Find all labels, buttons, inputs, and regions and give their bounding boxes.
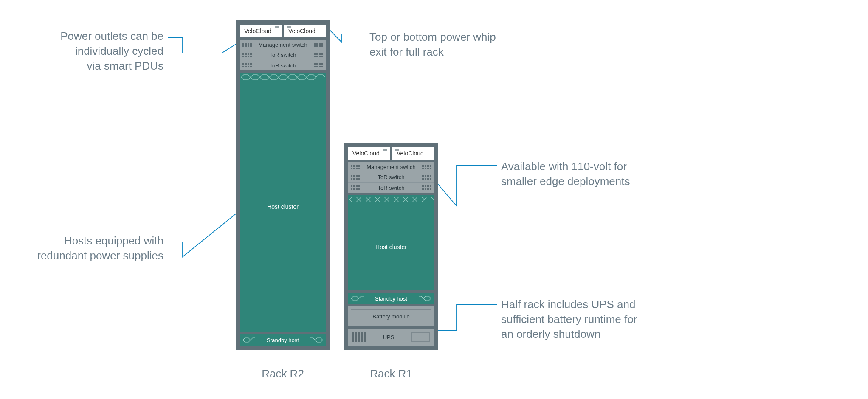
rack-r1-caption: Rack R1 <box>344 367 438 380</box>
standby-label: Standby host <box>364 295 419 302</box>
switch-stack: Management switch ToR switch ToR switch <box>348 162 434 193</box>
velocloud-label: VeloCloud <box>288 28 316 34</box>
velocloud-label: VeloCloud <box>352 150 380 157</box>
led-icon <box>287 26 291 28</box>
ports-icon <box>314 63 323 67</box>
tor-switch: ToR switch <box>240 60 326 70</box>
rack-r2: VeloCloud VeloCloud Management switch To… <box>236 20 330 350</box>
standby-host: Standby host <box>240 334 326 346</box>
switch-label: Management switch <box>360 164 422 170</box>
ports-icon <box>422 175 431 180</box>
rack-r2-caption: Rack R2 <box>236 367 330 380</box>
ups-unit: UPS <box>348 329 434 346</box>
velocloud-device: VeloCloud <box>284 25 326 37</box>
switch-stack: Management switch ToR switch ToR switch <box>240 40 326 70</box>
management-switch: Management switch <box>240 40 326 50</box>
ups-label: UPS <box>375 334 403 340</box>
switch-label: ToR switch <box>252 62 314 69</box>
hex-icon <box>310 337 323 343</box>
callout-volt: Available with 110-volt for smaller edge… <box>501 159 679 189</box>
ports-icon <box>242 43 252 47</box>
tor-switch: ToR switch <box>348 183 434 193</box>
switch-label: ToR switch <box>360 174 422 180</box>
leader-volt <box>437 166 497 206</box>
leader-ups <box>437 305 497 330</box>
standby-label: Standby host <box>255 337 310 343</box>
tor-switch: ToR switch <box>240 50 326 60</box>
hex-icon <box>351 295 364 301</box>
led-icon <box>395 149 399 151</box>
ports-icon <box>351 175 360 180</box>
ports-icon <box>314 53 323 57</box>
ports-icon <box>351 165 360 169</box>
hex-icon <box>419 295 431 301</box>
battery-module: Battery module <box>348 306 434 326</box>
panel-icon <box>411 332 430 342</box>
ports-icon <box>422 165 431 169</box>
leader-hosts <box>168 212 238 257</box>
switch-label: ToR switch <box>360 185 422 191</box>
callout-whip: Top or bottom power whip exit for full r… <box>369 30 544 59</box>
switch-label: ToR switch <box>252 52 314 58</box>
ports-icon <box>351 185 360 190</box>
callout-hosts: Hosts equipped with redundant power supp… <box>19 233 163 263</box>
leader-whip <box>327 27 365 42</box>
host-cluster: Host cluster <box>348 195 434 290</box>
velocloud-device: VeloCloud <box>348 147 390 160</box>
callout-pdu: Power outlets can be individually cycled… <box>34 29 163 73</box>
ports-icon <box>242 63 252 67</box>
host-cluster: Host cluster <box>240 73 326 332</box>
hex-pattern-icon <box>240 73 326 81</box>
led-icon <box>275 26 279 28</box>
velocloud-device: VeloCloud <box>240 25 282 37</box>
velocloud-label: VeloCloud <box>397 150 424 157</box>
cluster-label: Host cluster <box>375 244 407 250</box>
velocloud-row: VeloCloud VeloCloud <box>240 25 326 37</box>
velocloud-label: VeloCloud <box>244 28 271 34</box>
cluster-label: Host cluster <box>267 203 299 210</box>
management-switch: Management switch <box>348 162 434 172</box>
leader-pdu <box>168 37 239 53</box>
callout-ups: Half rack includes UPS and sufficient ba… <box>501 297 701 342</box>
switch-label: Management switch <box>252 42 314 48</box>
battery-label: Battery module <box>372 313 409 320</box>
rack-r1: VeloCloud VeloCloud Management switch To… <box>344 143 438 350</box>
standby-host: Standby host <box>348 293 434 304</box>
tor-switch: ToR switch <box>348 172 434 183</box>
ports-icon <box>314 43 323 47</box>
velocloud-device: VeloCloud <box>392 147 434 160</box>
ports-icon <box>422 185 431 190</box>
velocloud-row: VeloCloud VeloCloud <box>348 147 434 160</box>
ports-icon <box>242 53 252 57</box>
hex-icon <box>242 337 255 343</box>
hex-pattern-icon <box>348 195 434 204</box>
vents-icon <box>352 332 366 342</box>
led-icon <box>383 149 387 151</box>
